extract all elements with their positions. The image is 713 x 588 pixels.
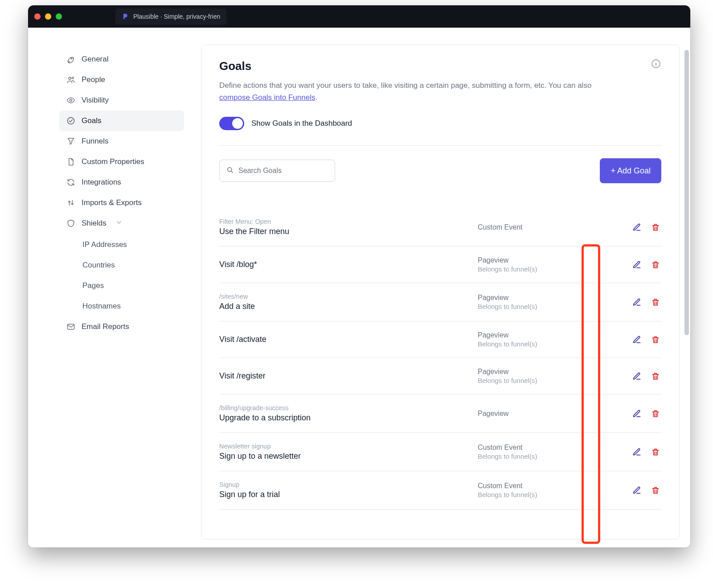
sidebar-item-visibility[interactable]: Visibility — [59, 90, 184, 111]
search-goals-input[interactable] — [238, 167, 328, 175]
sidebar-item-label: Shields — [82, 219, 107, 228]
goal-row: Newsletter signupSign up to a newsletter… — [219, 433, 661, 471]
goal-row: Visit /registerPageviewBelongs to funnel… — [219, 358, 661, 395]
chevron-down-icon — [115, 219, 123, 228]
goal-subtitle: /sites/new — [219, 293, 478, 300]
goal-actions — [624, 447, 661, 457]
main-content: Goals Define actions that you want your … — [184, 28, 690, 547]
delete-goal-button[interactable] — [651, 447, 660, 457]
delete-goal-button[interactable] — [651, 222, 660, 232]
svg-point-7 — [228, 168, 232, 172]
sidebar-item-general[interactable]: General — [59, 49, 184, 70]
refresh-icon — [66, 178, 75, 187]
goal-left: Filter Menu: OpenUse the Filter menu — [219, 218, 478, 236]
goal-type: Pageview — [478, 368, 624, 376]
svg-point-3 — [70, 99, 72, 102]
sidebar-subitem-ip-addresses[interactable]: IP Addresses — [59, 234, 184, 255]
delete-goal-button[interactable] — [651, 260, 660, 270]
goal-left: Visit /register — [219, 371, 478, 381]
sidebar-item-custom-properties[interactable]: Custom Properties — [59, 152, 184, 172]
minimize-window-button[interactable] — [45, 13, 51, 20]
window-controls — [34, 13, 62, 20]
browser-tab[interactable]: Plausible · Simple, privacy-frien — [115, 8, 226, 25]
goal-mid: Pageview — [478, 410, 624, 418]
edit-goal-button[interactable] — [632, 297, 642, 307]
sidebar-subitem-label: Hostnames — [82, 302, 121, 311]
sidebar-item-label: Visibility — [82, 96, 109, 105]
goal-title: Sign up to a newsletter — [219, 452, 478, 461]
delete-goal-button[interactable] — [651, 335, 660, 345]
edit-goal-button[interactable] — [632, 485, 642, 495]
delete-goal-button[interactable] — [651, 371, 660, 381]
delete-goal-button[interactable] — [651, 485, 660, 495]
show-goals-toggle[interactable] — [219, 117, 244, 130]
search-goals-field[interactable] — [219, 160, 335, 182]
edit-goal-button[interactable] — [632, 335, 642, 345]
sidebar-item-imports-exports[interactable]: Imports & Exports — [59, 193, 184, 213]
goal-subtitle: Signup — [219, 481, 478, 488]
goal-mid: PageviewBelongs to funnel(s) — [478, 294, 624, 310]
goal-subtitle: Filter Menu: Open — [219, 218, 478, 225]
goal-left: Visit /blog* — [219, 260, 478, 269]
page-description: Define actions that you want your users … — [219, 79, 602, 103]
goal-left: Visit /activate — [219, 335, 478, 344]
plausible-favicon — [122, 13, 129, 20]
goal-type: Pageview — [478, 410, 624, 418]
sidebar-item-label: Email Reports — [82, 322, 129, 331]
goal-mid: Custom Event — [478, 223, 624, 231]
goal-belongs: Belongs to funnel(s) — [478, 452, 624, 460]
sidebar-item-people[interactable]: People — [59, 70, 184, 90]
sidebar-subitem-hostnames[interactable]: Hostnames — [59, 296, 184, 317]
sidebar-item-goals[interactable]: Goals — [59, 111, 184, 131]
goal-title: Upgrade to a subscription — [219, 413, 478, 423]
goal-actions — [624, 222, 661, 232]
goal-title: Use the Filter menu — [219, 227, 478, 236]
sidebar-item-integrations[interactable]: Integrations — [59, 172, 184, 193]
sidebar-item-label: People — [82, 75, 105, 84]
mail-icon — [66, 322, 75, 331]
sidebar-subitem-countries[interactable]: Countries — [59, 255, 184, 275]
edit-goal-button[interactable] — [632, 260, 642, 270]
goal-title: Add a site — [219, 302, 478, 311]
goal-mid: PageviewBelongs to funnel(s) — [478, 331, 624, 348]
goal-type: Custom Event — [478, 223, 624, 231]
delete-goal-button[interactable] — [651, 409, 660, 419]
edit-goal-button[interactable] — [632, 371, 642, 381]
desc-text: Define actions that you want your users … — [219, 81, 591, 90]
goal-title: Visit /activate — [219, 335, 478, 344]
edit-goal-button[interactable] — [632, 222, 642, 232]
close-window-button[interactable] — [34, 13, 41, 20]
maximize-window-button[interactable] — [56, 13, 62, 20]
goal-belongs: Belongs to funnel(s) — [478, 491, 624, 498]
shield-icon — [66, 219, 75, 228]
delete-goal-button[interactable] — [651, 297, 660, 307]
goals-card: Goals Define actions that you want your … — [201, 45, 680, 539]
sidebar-subitem-label: IP Addresses — [82, 240, 127, 249]
toggle-label: Show Goals in the Dashboard — [251, 119, 352, 128]
sidebar-item-shields[interactable]: Shields — [59, 213, 184, 234]
goal-actions — [624, 335, 661, 345]
goal-type: Pageview — [478, 331, 624, 339]
search-icon — [226, 166, 234, 176]
rocket-icon — [66, 55, 75, 64]
goal-title: Visit /blog* — [219, 260, 478, 269]
goal-actions — [624, 485, 661, 495]
goal-belongs: Belongs to funnel(s) — [478, 303, 624, 310]
sidebar-subitem-label: Countries — [82, 261, 115, 270]
sidebar-subitem-pages[interactable]: Pages — [59, 275, 184, 296]
vertical-scrollbar[interactable] — [684, 50, 689, 335]
info-icon[interactable] — [651, 58, 661, 69]
edit-goal-button[interactable] — [632, 447, 642, 457]
goal-type: Custom Event — [478, 444, 624, 452]
desc-text-end: . — [315, 93, 317, 102]
toggle-knob — [232, 118, 243, 129]
sidebar-item-funnels[interactable]: Funnels — [59, 131, 184, 152]
goal-row: Visit /activatePageviewBelongs to funnel… — [219, 321, 661, 358]
edit-goal-button[interactable] — [632, 409, 642, 419]
goal-type: Pageview — [478, 294, 624, 302]
add-goal-button[interactable]: + Add Goal — [600, 158, 661, 183]
goal-mid: PageviewBelongs to funnel(s) — [478, 368, 624, 384]
sidebar-item-email-reports[interactable]: Email Reports — [59, 317, 184, 337]
compose-funnels-link[interactable]: compose Goals into Funnels — [219, 93, 315, 102]
goal-row: /sites/newAdd a sitePageviewBelongs to f… — [219, 283, 661, 321]
